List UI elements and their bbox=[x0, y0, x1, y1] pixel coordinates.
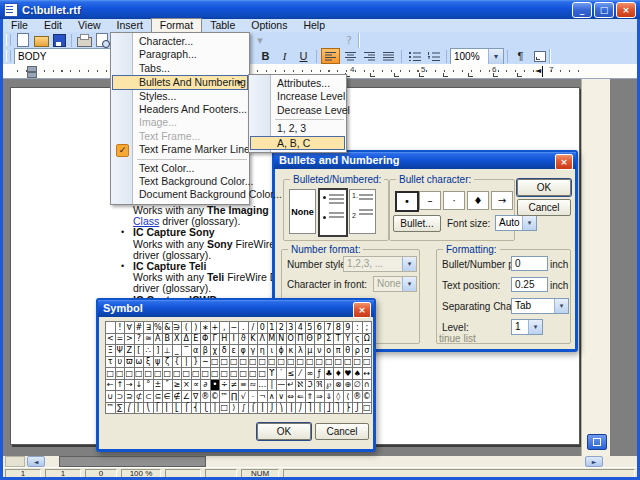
symbol-cell[interactable]: ⎜ bbox=[135, 403, 145, 415]
symbol-cell[interactable]: ⎝ bbox=[144, 403, 154, 415]
symbol-cell[interactable]: □ bbox=[192, 368, 202, 380]
symbol-cell[interactable]: ∗ bbox=[201, 322, 211, 334]
symbol-cell[interactable]: ↑ bbox=[116, 380, 126, 392]
page-setup-button[interactable] bbox=[531, 49, 548, 64]
symbol-cell[interactable]: Ι bbox=[230, 334, 240, 346]
symbol-cell[interactable]: ψ bbox=[154, 357, 164, 369]
symbol-cell[interactable]: □ bbox=[249, 368, 259, 380]
symbol-cell[interactable]: : bbox=[353, 322, 363, 334]
symbol-cell[interactable]: ϖ bbox=[125, 357, 135, 369]
symbol-cell[interactable]: ∀ bbox=[125, 322, 135, 334]
symbol-cell[interactable]: Θ bbox=[306, 334, 316, 346]
cancel-button[interactable]: Cancel bbox=[315, 423, 369, 440]
symbol-cell[interactable]: Υ bbox=[344, 334, 354, 346]
symbol-cell[interactable]: □ bbox=[277, 357, 287, 369]
print-preview-button[interactable] bbox=[94, 33, 110, 48]
symbol-cell[interactable]: ⟩ bbox=[230, 403, 240, 415]
symbol-cell[interactable]: □ bbox=[334, 357, 344, 369]
symbol-cell[interactable]: σ bbox=[363, 345, 373, 357]
symbol-cell[interactable]: Κ bbox=[249, 334, 259, 346]
symbol-cell[interactable]: ® bbox=[201, 391, 211, 403]
tab-stop-marker[interactable] bbox=[468, 73, 473, 77]
save-button[interactable] bbox=[51, 33, 67, 48]
symbol-cell[interactable]: ∑ bbox=[116, 403, 126, 415]
symbol-cell[interactable]: □ bbox=[353, 357, 363, 369]
bullet-char-button-1[interactable]: • bbox=[395, 191, 419, 212]
symbol-cell[interactable]: _ bbox=[173, 345, 183, 357]
symbol-cell[interactable]: ) bbox=[192, 322, 202, 334]
dialog-title-bar[interactable]: Bullets and Numbering bbox=[274, 152, 576, 169]
symbol-cell[interactable]: Ξ bbox=[106, 345, 116, 357]
symbol-cell[interactable]: 9 bbox=[344, 322, 354, 334]
menu-item-format[interactable]: Format bbox=[151, 18, 202, 33]
symbol-cell[interactable]: Γ bbox=[211, 334, 221, 346]
symbol-cell[interactable]: □ bbox=[344, 357, 354, 369]
symbol-cell[interactable]: © bbox=[211, 391, 221, 403]
zoom-combo[interactable]: 100% ▾ bbox=[450, 48, 504, 65]
symbol-cell[interactable]: ⎟ bbox=[287, 403, 297, 415]
open-button[interactable] bbox=[33, 33, 49, 48]
ok-button[interactable]: OK bbox=[257, 423, 311, 440]
symbol-cell[interactable]: , bbox=[220, 322, 230, 334]
symbol-cell[interactable]: Η bbox=[220, 334, 230, 346]
symbol-cell[interactable]: ± bbox=[154, 380, 164, 392]
view-switch-box[interactable] bbox=[5, 456, 25, 467]
symbol-cell[interactable]: ⊂ bbox=[144, 391, 154, 403]
symbol-cell[interactable]: ↓ bbox=[135, 380, 145, 392]
symbol-cell[interactable]: © bbox=[363, 391, 373, 403]
symbol-cell[interactable]: ≤ bbox=[287, 368, 297, 380]
symbol-cell[interactable]: μ bbox=[306, 345, 316, 357]
symbol-cell[interactable]: ⎪ bbox=[211, 403, 221, 415]
symbol-cell[interactable]: ∧ bbox=[268, 391, 278, 403]
character-in-front-combo[interactable]: None ▾ bbox=[373, 276, 417, 292]
symbol-cell[interactable]: ] bbox=[154, 345, 164, 357]
menu-item-decrease-level[interactable]: Decrease Level bbox=[250, 104, 345, 117]
symbol-cell[interactable]: ⎩ bbox=[201, 403, 211, 415]
symbol-cell[interactable]: □ bbox=[220, 357, 230, 369]
tab-stop-marker[interactable] bbox=[517, 73, 522, 77]
underline-button[interactable]: U bbox=[295, 49, 312, 64]
menu-item-text-color[interactable]: Text Color... bbox=[112, 162, 248, 175]
formatting-marks-button[interactable]: ¶ bbox=[512, 49, 529, 64]
symbol-cell[interactable]: λ bbox=[296, 345, 306, 357]
cancel-button[interactable]: Cancel bbox=[517, 199, 571, 216]
align-center-button[interactable] bbox=[342, 49, 359, 64]
chevron-down-icon[interactable]: ▾ bbox=[554, 299, 568, 313]
symbol-cell[interactable]: ! bbox=[116, 322, 126, 334]
symbol-cell[interactable]: α bbox=[192, 345, 202, 357]
tab-stop-marker[interactable] bbox=[394, 73, 399, 77]
symbol-cell[interactable]: □ bbox=[173, 368, 183, 380]
align-left-button[interactable] bbox=[321, 48, 340, 64]
minimize-button-icon[interactable]: _ bbox=[572, 2, 592, 18]
symbol-cell[interactable]: 5 bbox=[306, 322, 316, 334]
menu-item-1-2-3[interactable]: 1, 2, 3 bbox=[250, 122, 345, 135]
symbol-cell[interactable]: ⇓ bbox=[325, 391, 335, 403]
symbol-cell[interactable]: ∪ bbox=[106, 391, 116, 403]
menu-item-increase-level[interactable]: Increase Level bbox=[250, 90, 345, 103]
symbol-cell[interactable]: ε bbox=[230, 345, 240, 357]
symbol-cell[interactable]: ⊥ bbox=[163, 345, 173, 357]
symbol-cell[interactable]: ⎡ bbox=[154, 403, 164, 415]
symbol-cell[interactable]: ⊄ bbox=[135, 391, 145, 403]
menu-item-edit[interactable]: Edit bbox=[36, 19, 70, 32]
menu-item-document-background-color[interactable]: Document Background Color... bbox=[112, 188, 248, 201]
symbol-cell[interactable]: β bbox=[201, 345, 211, 357]
symbol-cell[interactable]: Ο bbox=[287, 334, 297, 346]
chevron-down-icon[interactable]: ▾ bbox=[522, 216, 536, 230]
tab-stop-marker[interactable] bbox=[493, 73, 498, 77]
symbol-cell[interactable]: ∨ bbox=[277, 391, 287, 403]
symbol-cell[interactable]: ⊇ bbox=[125, 391, 135, 403]
align-right-button[interactable] bbox=[361, 49, 378, 64]
symbol-cell[interactable]: □ bbox=[287, 357, 297, 369]
number-style-combo[interactable]: 1,2,3, ... ▾ bbox=[343, 256, 417, 272]
symbol-cell[interactable]: ∂ bbox=[201, 380, 211, 392]
symbol-cell[interactable]: ι bbox=[268, 345, 278, 357]
symbol-cell[interactable]: ⎧ bbox=[182, 403, 192, 415]
symbol-cell[interactable]: ⎛ bbox=[125, 403, 135, 415]
symbol-cell[interactable]: ∉ bbox=[173, 391, 183, 403]
symbol-cell[interactable]: δ bbox=[220, 345, 230, 357]
symbol-cell[interactable]: ⎢ bbox=[163, 403, 173, 415]
dialog-title-bar[interactable]: Symbol bbox=[98, 300, 374, 317]
menu-item-image[interactable]: Image... bbox=[112, 116, 248, 129]
symbol-cell[interactable]: √ bbox=[239, 391, 249, 403]
